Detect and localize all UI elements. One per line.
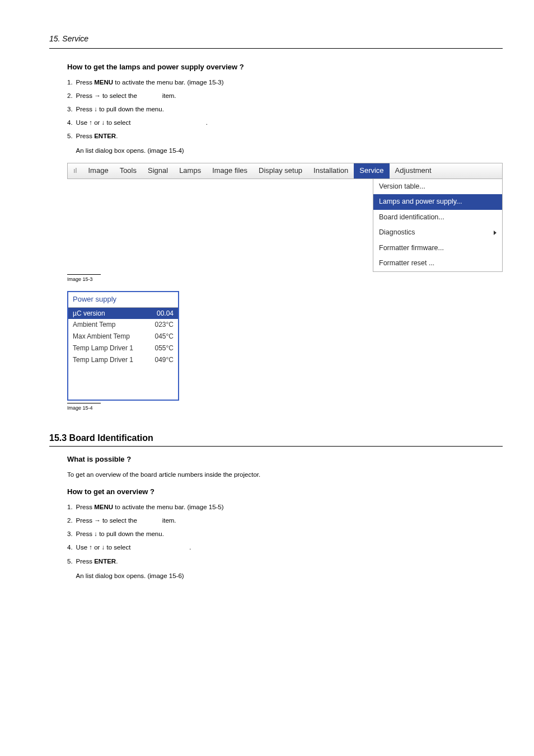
- dropdown-item-label: Formatter firmware...: [379, 243, 444, 253]
- step-item: 5.Press ENTER.An list dialog box opens. …: [67, 557, 503, 580]
- dialog-row[interactable]: µC version00.04: [68, 308, 178, 320]
- step-number: 2.: [67, 91, 73, 100]
- step-text: Press ENTER.An list dialog box opens. (i…: [76, 557, 184, 580]
- menubar-tab[interactable]: Service: [354, 163, 389, 178]
- step-number: 1.: [67, 503, 73, 511]
- dialog-row[interactable]: Temp Lamp Driver 1055°C: [68, 342, 178, 354]
- menubar-tab[interactable]: Adjustment: [390, 163, 437, 178]
- step-number: 2.: [67, 516, 73, 525]
- chevron-right-icon: [494, 231, 496, 235]
- row-value: 023°C: [155, 320, 174, 330]
- dialog-row[interactable]: Temp Lamp Driver 1049°C: [68, 354, 178, 366]
- dialog-title: Power supply: [68, 292, 178, 307]
- step-item: 2.Press → to select the Service item.: [67, 91, 503, 100]
- step-item: 3.Press ↓ to pull down the menu.: [67, 105, 503, 114]
- row-label: µC version: [73, 309, 105, 318]
- step-number: 3.: [67, 529, 73, 538]
- row-value: 049°C: [155, 355, 174, 365]
- menubar: ılImageToolsSignalLampsImage filesDispla…: [67, 163, 503, 179]
- dropdown-item-label: Version table...: [379, 182, 425, 192]
- step-text: Use ↑ or ↓ to select Lamps and power sup…: [76, 118, 208, 127]
- figure-caption: Image 15-4: [67, 403, 101, 412]
- dropdown-item-label: Formatter reset ...: [379, 259, 434, 269]
- chapter-title: 15. Service: [49, 34, 503, 49]
- dropdown-item-label: Diagnostics: [379, 228, 415, 238]
- step-number: 3.: [67, 105, 73, 114]
- step-item: 3.Press ↓ to pull down the menu.: [67, 529, 503, 538]
- dropdown-item[interactable]: Formatter reset ...: [373, 256, 502, 271]
- row-label: Ambient Temp: [73, 320, 115, 330]
- dropdown-item[interactable]: Version table...: [373, 179, 502, 195]
- menubar-tab[interactable]: Image files: [207, 163, 253, 178]
- menubar-tab[interactable]: Signal: [142, 163, 174, 178]
- step-item: 1.Press MENU to activate the menu bar. (…: [67, 78, 503, 87]
- menubar-figure: ılImageToolsSignalLampsImage filesDispla…: [67, 163, 503, 283]
- step-text: Use ↑ or ↓ to select Board Identificatio…: [76, 543, 191, 552]
- power-supply-figure: Power supply µC version00.04Ambient Temp…: [67, 291, 503, 412]
- menubar-tab[interactable]: Image: [83, 163, 114, 178]
- row-value: 00.04: [157, 309, 174, 318]
- menubar-tab[interactable]: Lamps: [174, 163, 207, 178]
- row-label: Temp Lamp Driver 1: [73, 344, 133, 353]
- dialog-row[interactable]: Ambient Temp023°C: [68, 319, 178, 331]
- step-text: Press → to select the Service item.: [76, 516, 176, 525]
- step-item: 1.Press MENU to activate the menu bar. (…: [67, 503, 503, 511]
- step-item: 4.Use ↑ or ↓ to select Lamps and power s…: [67, 118, 503, 127]
- step-number: 5.: [67, 557, 73, 580]
- step-item: 5.Press ENTER.An list dialog box opens. …: [67, 132, 503, 155]
- step-number: 4.: [67, 118, 73, 127]
- service-dropdown: Version table...Lamps and power supply..…: [373, 179, 503, 272]
- sub-heading: What is possible ?: [67, 454, 503, 464]
- menubar-tab[interactable]: Installation: [308, 163, 354, 178]
- power-supply-dialog: Power supply µC version00.04Ambient Temp…: [67, 291, 179, 400]
- section-number-heading: 15.3 Board Identification: [49, 433, 153, 443]
- dropdown-item-label: Board identification...: [379, 213, 444, 223]
- dropdown-item-label: Lamps and power supply...: [379, 197, 462, 207]
- row-label: Max Ambient Temp: [73, 332, 130, 341]
- figure-caption: Image 15-3: [67, 274, 101, 283]
- step-text: Press ↓ to pull down the menu.: [76, 105, 164, 114]
- step-text: Press → to select the Service item.: [76, 91, 176, 100]
- menubar-tab[interactable]: Display setup: [253, 163, 308, 178]
- steps-list: 1.Press MENU to activate the menu bar. (…: [67, 503, 503, 580]
- dropdown-item[interactable]: Board identification...: [373, 210, 502, 226]
- step-text: Press ↓ to pull down the menu.: [76, 529, 164, 538]
- step-text: Press MENU to activate the menu bar. (im…: [76, 78, 224, 87]
- step-text: Press ENTER.An list dialog box opens. (i…: [76, 132, 184, 155]
- row-label: Temp Lamp Driver 1: [73, 355, 133, 365]
- sub-heading: How to get an overview ?: [67, 487, 503, 497]
- row-value: 045°C: [155, 332, 174, 341]
- menubar-tab[interactable]: Tools: [114, 163, 142, 178]
- step-number: 1.: [67, 78, 73, 87]
- step-item: 4.Use ↑ or ↓ to select Board Identificat…: [67, 543, 503, 552]
- dropdown-item[interactable]: Formatter firmware...: [373, 241, 502, 256]
- row-value: 055°C: [155, 344, 174, 353]
- step-item: 2.Press → to select the Service item.: [67, 516, 503, 525]
- step-number: 5.: [67, 132, 73, 155]
- section-heading: How to get the lamps and power supply ov…: [67, 62, 503, 72]
- body-text: To get an overview of the board article …: [67, 470, 503, 479]
- step-text: Press MENU to activate the menu bar. (im…: [76, 503, 224, 511]
- step-number: 4.: [67, 543, 73, 552]
- dropdown-item[interactable]: Diagnostics: [373, 225, 502, 241]
- menubar-lead: ıl: [68, 163, 83, 178]
- dialog-row[interactable]: Max Ambient Temp045°C: [68, 331, 178, 342]
- dropdown-item[interactable]: Lamps and power supply...: [373, 194, 502, 210]
- steps-list: 1.Press MENU to activate the menu bar. (…: [67, 78, 503, 156]
